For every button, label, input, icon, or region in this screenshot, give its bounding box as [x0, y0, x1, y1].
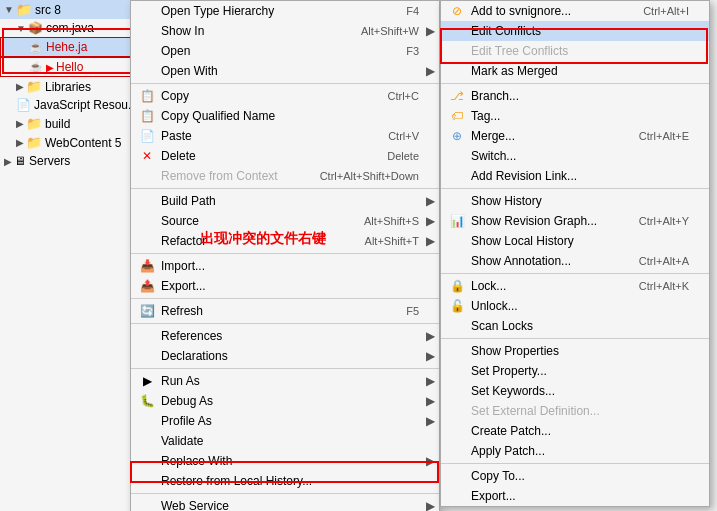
menu-item-mark-as-merged[interactable]: Mark as Merged: [441, 61, 709, 81]
menu-label-open-with: Open With: [161, 64, 218, 78]
menu-item-source[interactable]: Source Alt+Shift+S ▶: [131, 211, 439, 231]
context-menu-right: ⊘ Add to svnignore... Ctrl+Alt+I Edit Co…: [440, 0, 710, 507]
menu-label-copy-qualified-name: Copy Qualified Name: [161, 109, 275, 123]
shortcut-source: Alt+Shift+S: [344, 215, 419, 227]
menu-item-replace-with[interactable]: Replace With ▶: [131, 451, 439, 471]
menu-label-validate: Validate: [161, 434, 203, 448]
menu-item-references[interactable]: References ▶: [131, 326, 439, 346]
menu-item-open-type-hierarchy[interactable]: Open Type Hierarchy F4: [131, 1, 439, 21]
menu-item-show-properties[interactable]: Show Properties: [441, 341, 709, 361]
right-separator-4: [441, 338, 709, 339]
tree-label-servers: Servers: [29, 154, 70, 168]
menu-item-open-with[interactable]: Open With ▶: [131, 61, 439, 81]
shortcut-refresh: F5: [386, 305, 419, 317]
tree-arrow-libraries: ▶: [16, 81, 24, 92]
submenu-arrow-show-in: ▶: [426, 24, 435, 38]
tree-label-libraries: Libraries: [45, 80, 91, 94]
menu-label-create-patch: Create Patch...: [471, 424, 551, 438]
menu-item-scan-locks[interactable]: Scan Locks: [441, 316, 709, 336]
menu-item-open[interactable]: Open F3: [131, 41, 439, 61]
menu-item-apply-patch[interactable]: Apply Patch...: [441, 441, 709, 461]
folder-icon-webcontent: 📁: [26, 135, 42, 150]
menu-item-add-to-svnignore[interactable]: ⊘ Add to svnignore... Ctrl+Alt+I: [441, 1, 709, 21]
menu-label-refactor: Refactor: [161, 234, 206, 248]
submenu-arrow-debug-as: ▶: [426, 394, 435, 408]
menu-item-import[interactable]: 📥 Import...: [131, 256, 439, 276]
menu-item-refresh[interactable]: 🔄 Refresh F5: [131, 301, 439, 321]
package-icon-comjava: 📦: [28, 21, 43, 35]
menu-item-run-as[interactable]: ▶ Run As ▶: [131, 371, 439, 391]
menu-item-merge[interactable]: ⊕ Merge... Ctrl+Alt+E: [441, 126, 709, 146]
menu-item-copy[interactable]: 📋 Copy Ctrl+C: [131, 86, 439, 106]
menu-item-declarations[interactable]: Declarations ▶: [131, 346, 439, 366]
java-icon-hello: ☕: [29, 61, 43, 74]
menu-item-refactor[interactable]: Refactor Alt+Shift+T ▶: [131, 231, 439, 251]
menu-label-add-to-svnignore: Add to svnignore...: [471, 4, 571, 18]
tree-label-hello: Hello: [56, 60, 83, 74]
submenu-arrow-source: ▶: [426, 214, 435, 228]
shortcut-show-in: Alt+Shift+W: [341, 25, 419, 37]
menu-item-unlock[interactable]: 🔓 Unlock...: [441, 296, 709, 316]
menu-item-set-property[interactable]: Set Property...: [441, 361, 709, 381]
menu-item-switch[interactable]: Switch...: [441, 146, 709, 166]
menu-item-copy-to[interactable]: Copy To...: [441, 466, 709, 486]
menu-label-add-revision-link: Add Revision Link...: [471, 169, 577, 183]
menu-label-delete: Delete: [161, 149, 196, 163]
menu-item-tag[interactable]: 🏷 Tag...: [441, 106, 709, 126]
menu-item-set-keywords[interactable]: Set Keywords...: [441, 381, 709, 401]
menu-label-edit-conflicts: Edit Conflicts: [471, 24, 541, 38]
menu-item-show-history[interactable]: Show History: [441, 191, 709, 211]
unlock-icon: 🔓: [449, 299, 465, 313]
js-icon: 📄: [16, 98, 31, 112]
menu-item-build-path[interactable]: Build Path ▶: [131, 191, 439, 211]
menu-item-delete[interactable]: ✕ Delete Delete: [131, 146, 439, 166]
menu-item-export[interactable]: 📤 Export...: [131, 276, 439, 296]
shortcut-show-revision-graph: Ctrl+Alt+Y: [619, 215, 689, 227]
shortcut-copy: Ctrl+C: [368, 90, 419, 102]
menu-label-replace-with: Replace With: [161, 454, 232, 468]
lock-icon: 🔒: [449, 279, 465, 293]
menu-item-lock[interactable]: 🔒 Lock... Ctrl+Alt+K: [441, 276, 709, 296]
menu-item-paste[interactable]: 📄 Paste Ctrl+V: [131, 126, 439, 146]
separator-6: [131, 368, 439, 369]
menu-item-remove-from-context[interactable]: Remove from Context Ctrl+Alt+Shift+Down: [131, 166, 439, 186]
menu-item-show-revision-graph[interactable]: 📊 Show Revision Graph... Ctrl+Alt+Y: [441, 211, 709, 231]
merge-icon: ⊕: [449, 129, 465, 143]
menu-item-restore-from-local-history[interactable]: Restore from Local History...: [131, 471, 439, 491]
folder-icon-src: 📁: [16, 2, 32, 17]
menu-item-show-annotation[interactable]: Show Annotation... Ctrl+Alt+A: [441, 251, 709, 271]
copy-qualified-icon: 📋: [139, 109, 155, 123]
menu-item-create-patch[interactable]: Create Patch...: [441, 421, 709, 441]
menu-item-export-right[interactable]: Export...: [441, 486, 709, 506]
menu-item-set-external-definition[interactable]: Set External Definition...: [441, 401, 709, 421]
menu-item-edit-tree-conflicts[interactable]: Edit Tree Conflicts: [441, 41, 709, 61]
submenu-arrow-replace-with: ▶: [426, 454, 435, 468]
menu-item-profile-as[interactable]: Profile As ▶: [131, 411, 439, 431]
run-as-icon: ▶: [139, 374, 155, 388]
menu-item-show-local-history[interactable]: Show Local History: [441, 231, 709, 251]
menu-item-show-in[interactable]: Show In Alt+Shift+W ▶: [131, 21, 439, 41]
folder-icon-build: 📁: [26, 116, 42, 131]
right-separator-3: [441, 273, 709, 274]
debug-as-icon: 🐛: [139, 394, 155, 408]
menu-item-branch[interactable]: ⎇ Branch...: [441, 86, 709, 106]
menu-item-copy-qualified-name[interactable]: 📋 Copy Qualified Name: [131, 106, 439, 126]
tree-label-src: src 8: [35, 3, 61, 17]
separator-4: [131, 298, 439, 299]
right-separator-2: [441, 188, 709, 189]
submenu-arrow-build-path: ▶: [426, 194, 435, 208]
menu-label-export-right: Export...: [471, 489, 516, 503]
tree-label-hehe: Hehe.ja: [46, 40, 87, 54]
menu-item-debug-as[interactable]: 🐛 Debug As ▶: [131, 391, 439, 411]
branch-icon: ⎇: [449, 89, 465, 103]
shortcut-open-type-hierarchy: F4: [386, 5, 419, 17]
svn-ignore-icon: ⊘: [449, 4, 465, 18]
menu-item-validate[interactable]: Validate: [131, 431, 439, 451]
menu-item-web-service[interactable]: Web Service ▶: [131, 496, 439, 511]
menu-item-edit-conflicts[interactable]: Edit Conflicts: [441, 21, 709, 41]
menu-label-build-path: Build Path: [161, 194, 216, 208]
menu-item-add-revision-link[interactable]: Add Revision Link...: [441, 166, 709, 186]
menu-label-references: References: [161, 329, 222, 343]
refresh-icon: 🔄: [139, 304, 155, 318]
separator-5: [131, 323, 439, 324]
